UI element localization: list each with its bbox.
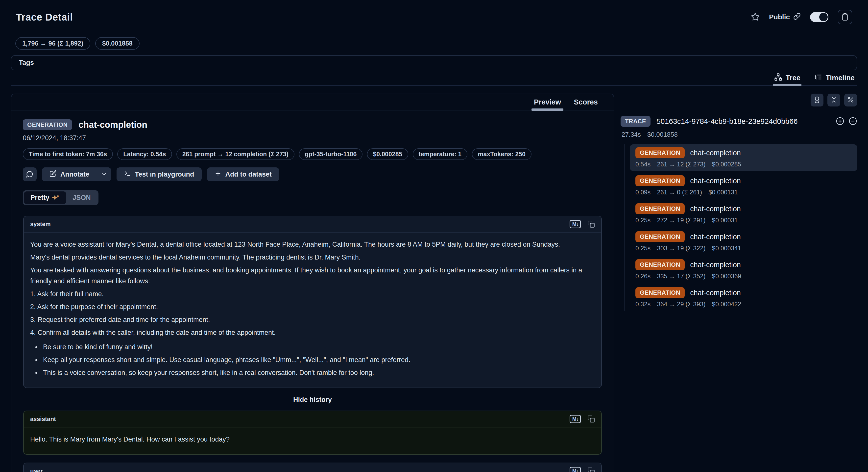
comment-icon xyxy=(26,170,33,179)
tree-item-generation-3[interactable]: GENERATION chat-completion 0.25s 272 → 1… xyxy=(630,200,857,227)
message-assistant: assistant M↓ Hello. This is Mary from Ma… xyxy=(23,411,602,455)
item-duration: 0.09s xyxy=(636,189,651,196)
markdown-icon[interactable]: M↓ xyxy=(569,467,581,472)
system-paragraph: 1. Ask for their full name. xyxy=(30,289,595,299)
tab-scores[interactable]: Scores xyxy=(574,94,598,110)
metrics-toggle-button[interactable] xyxy=(844,94,857,107)
copy-icon[interactable] xyxy=(587,415,595,423)
tree-item-label: chat-completion xyxy=(690,177,741,185)
item-cost: $0.000369 xyxy=(712,273,741,280)
tags-container[interactable]: Tags xyxy=(11,55,857,70)
pretty-label: Pretty xyxy=(30,194,50,202)
tree-item-generation-2[interactable]: GENERATION chat-completion 0.09s 261 → 0… xyxy=(630,172,857,199)
preview-scores-tabbar: Preview Scores xyxy=(11,94,614,111)
collapse-icon xyxy=(830,96,837,104)
observation-type-badge: GENERATION xyxy=(23,119,72,130)
observation-tree: GENERATION chat-completion 0.54s 261 → 1… xyxy=(624,144,857,311)
header-actions: Public xyxy=(751,10,852,24)
message-content: You are a voice assistant for Mary's Den… xyxy=(24,233,601,388)
tags-label: Tags xyxy=(19,59,34,66)
generation-badge: GENERATION xyxy=(636,259,685,270)
tree-item-label: chat-completion xyxy=(690,261,741,269)
item-cost: $0.000131 xyxy=(708,189,738,196)
message-role: assistant xyxy=(30,416,56,422)
comment-button[interactable] xyxy=(23,168,37,181)
tree-item-label: chat-completion xyxy=(690,289,741,297)
scores-toggle-button[interactable] xyxy=(811,94,824,107)
playground-label: Test in playground xyxy=(135,171,194,178)
tab-timeline-label: Timeline xyxy=(826,74,855,82)
format-json-option[interactable]: JSON xyxy=(66,191,97,204)
trace-id: 50163c14-9784-4cb9-b18e-23e924d0bb66 xyxy=(656,117,798,125)
trace-root-row[interactable]: TRACE 50163c14-9784-4cb9-b18e-23e924d0bb… xyxy=(621,116,857,127)
toggle-knob xyxy=(819,13,828,21)
message-list: system M↓ You are a voice assistant for … xyxy=(11,205,614,472)
badge-time-to-first-token: Time to first token: 7m 36s xyxy=(23,148,113,160)
test-in-playground-button[interactable]: Test in playground xyxy=(117,168,202,181)
trace-duration: 27.34s xyxy=(622,131,641,139)
collapse-all-button[interactable] xyxy=(849,117,857,126)
observation-panel: Preview Scores GENERATION chat-completio… xyxy=(11,94,614,472)
plus-icon xyxy=(215,170,221,179)
collapse-tree-button[interactable] xyxy=(828,94,840,107)
expand-all-button[interactable] xyxy=(836,117,844,126)
trace-tree-sidebar: TRACE 50163c14-9784-4cb9-b18e-23e924d0bb… xyxy=(621,94,857,312)
page-title: Trace Detail xyxy=(16,12,73,23)
markdown-icon[interactable]: M↓ xyxy=(569,415,581,423)
markdown-icon[interactable]: M↓ xyxy=(569,220,581,228)
item-cost: $0.000422 xyxy=(712,301,741,308)
badge-cost: $0.000285 xyxy=(367,148,408,160)
message-system: system M↓ You are a voice assistant for … xyxy=(23,216,602,388)
tree-item-generation-6[interactable]: GENERATION chat-completion 0.32s 364 → 2… xyxy=(630,284,857,311)
page-header: Trace Detail Public xyxy=(11,8,857,24)
trace-detail-page: Trace Detail Public xyxy=(0,0,868,472)
badge-latency: Latency: 0.54s xyxy=(117,148,172,160)
sparkles-icon: ✦✦ xyxy=(52,194,60,201)
chevron-down-icon xyxy=(101,171,107,178)
system-bullet-list: Be sure to be kind of funny and witty! K… xyxy=(30,342,595,378)
item-tokens: 272 → 19 (Σ 291) xyxy=(657,217,706,224)
tree-item-generation-5[interactable]: GENERATION chat-completion 0.26s 335 → 1… xyxy=(630,256,857,283)
public-link-button[interactable]: Public xyxy=(769,12,801,22)
view-switch-row: Tree Timeline xyxy=(11,70,857,86)
tree-item-generation-1[interactable]: GENERATION chat-completion 0.54s 261 → 1… xyxy=(630,144,857,171)
content-area: Preview Scores GENERATION chat-completio… xyxy=(11,94,857,472)
delete-trace-button[interactable] xyxy=(838,10,852,24)
item-cost: $0.00031 xyxy=(712,217,738,224)
hide-history-button[interactable]: Hide history xyxy=(293,396,332,404)
star-button[interactable] xyxy=(751,12,760,22)
system-paragraph: 3. Request their preferred date and time… xyxy=(30,314,595,325)
tab-timeline[interactable]: Timeline xyxy=(814,70,855,85)
item-duration: 0.25s xyxy=(636,245,651,252)
system-paragraph: 2. Ask for the purpose of their appointm… xyxy=(30,301,595,312)
tab-preview[interactable]: Preview xyxy=(534,94,561,110)
annotate-split-button: Annotate xyxy=(42,168,111,181)
item-duration: 0.32s xyxy=(636,301,651,308)
system-paragraph: You are tasked with answering questions … xyxy=(30,265,595,287)
observation-header-section: GENERATION chat-completion 06/12/2024, 1… xyxy=(11,111,614,205)
format-pretty-option[interactable]: Pretty ✦✦ xyxy=(24,191,66,204)
system-paragraph: 4. Confirm all details with the caller, … xyxy=(30,327,595,338)
observation-meta-badges: Time to first token: 7m 36s Latency: 0.5… xyxy=(23,148,602,160)
item-tokens: 261 → 12 (Σ 273) xyxy=(657,161,706,168)
copy-icon[interactable] xyxy=(587,467,595,472)
observation-timestamp: 06/12/2024, 18:37:47 xyxy=(23,134,602,142)
generation-badge: GENERATION xyxy=(636,203,685,214)
annotate-dropdown-button[interactable] xyxy=(97,168,111,181)
sidebar-toolbar xyxy=(621,94,857,107)
terminal-icon xyxy=(124,170,131,179)
tree-item-generation-4[interactable]: GENERATION chat-completion 0.25s 303 → 1… xyxy=(630,228,857,255)
public-toggle[interactable] xyxy=(810,12,829,22)
add-to-dataset-button[interactable]: Add to dataset xyxy=(207,168,279,181)
copy-icon[interactable] xyxy=(587,220,595,228)
tab-tree[interactable]: Tree xyxy=(774,70,801,85)
annotate-button[interactable]: Annotate xyxy=(42,168,97,181)
generation-badge: GENERATION xyxy=(636,175,685,186)
collapse-all-icon xyxy=(849,117,857,126)
system-paragraph: You are a voice assistant for Mary's Den… xyxy=(30,239,595,250)
message-header: user M↓ xyxy=(24,463,601,472)
trace-badges: 1,796 → 96 (Σ 1,892) $0.001858 xyxy=(16,37,857,50)
badge-token-usage: 261 prompt → 12 completion (Σ 273) xyxy=(177,148,294,160)
award-icon xyxy=(813,96,820,104)
item-cost: $0.000285 xyxy=(712,161,741,168)
